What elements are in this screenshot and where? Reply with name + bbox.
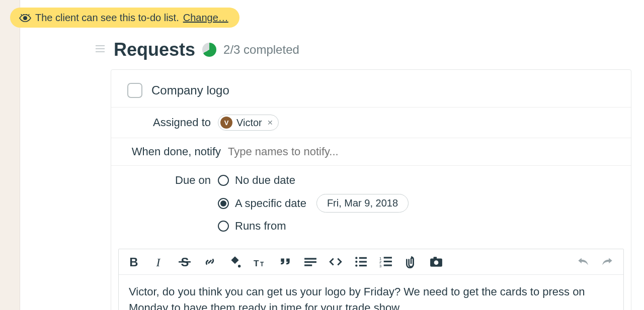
heading-icon[interactable]: TT — [254, 255, 267, 268]
assignee-avatar: V — [220, 117, 232, 129]
svg-text:B: B — [129, 255, 138, 268]
progress-label: 2/3 completed — [223, 43, 299, 57]
redo-icon[interactable] — [601, 255, 614, 268]
left-gutter — [0, 0, 20, 310]
todo-name[interactable]: Company logo — [151, 83, 229, 97]
svg-point-27 — [434, 260, 439, 265]
notify-input[interactable] — [228, 145, 429, 158]
list-heading: Requests 2/3 completed — [111, 39, 644, 60]
drag-handle-icon[interactable] — [96, 45, 105, 54]
due-option-range-label: Runs from — [235, 220, 286, 233]
svg-rect-13 — [304, 264, 312, 266]
svg-rect-3 — [96, 51, 105, 52]
svg-rect-23 — [384, 257, 392, 258]
svg-text:I: I — [156, 256, 161, 268]
bullet-list-icon[interactable] — [354, 255, 367, 268]
bold-icon[interactable]: B — [128, 255, 141, 268]
radio-checked-icon — [218, 198, 229, 209]
notify-row: When done, notify — [111, 138, 631, 165]
number-list-icon[interactable]: 123 — [379, 255, 392, 268]
eye-icon — [19, 14, 31, 22]
svg-rect-2 — [96, 48, 105, 49]
code-icon[interactable] — [329, 255, 342, 268]
italic-icon[interactable]: I — [153, 255, 166, 268]
svg-point-16 — [355, 264, 357, 266]
todo-card: Company logo Assigned to V Victor ✕ When… — [111, 69, 631, 310]
svg-text:T: T — [254, 258, 259, 268]
svg-text:T: T — [260, 261, 264, 268]
due-row: Due on No due date A specific date Fri, … — [111, 165, 631, 240]
editor-body[interactable]: Victor, do you think you can get us your… — [119, 275, 623, 310]
svg-text:3: 3 — [379, 264, 381, 268]
svg-point-0 — [24, 17, 27, 20]
camera-icon[interactable] — [430, 255, 443, 268]
svg-rect-19 — [359, 265, 367, 266]
svg-point-15 — [355, 261, 357, 263]
editor-toolbar: B I S TT 123 — [119, 249, 623, 275]
hr-icon[interactable] — [304, 255, 317, 268]
progress-pie-icon — [202, 43, 216, 57]
due-option-none-label: No due date — [235, 174, 295, 187]
assignee-chip[interactable]: V Victor ✕ — [218, 115, 279, 131]
list-title[interactable]: Requests — [114, 39, 195, 60]
due-option-none[interactable]: No due date — [218, 174, 409, 187]
attachment-icon[interactable] — [405, 255, 418, 268]
due-date-picker[interactable]: Fri, Mar 9, 2018 — [316, 194, 409, 213]
due-label: Due on — [127, 173, 218, 187]
visibility-banner: The client can see this to-do list. Chan… — [10, 8, 239, 28]
radio-icon — [218, 221, 229, 232]
color-icon[interactable] — [228, 255, 242, 268]
svg-rect-17 — [359, 257, 367, 259]
todo-checkbox[interactable] — [127, 83, 142, 98]
svg-rect-1 — [96, 45, 105, 46]
assignee-name: Victor — [236, 117, 262, 129]
quote-icon[interactable] — [279, 255, 292, 268]
undo-icon[interactable] — [576, 255, 589, 268]
remove-assignee-icon[interactable]: ✕ — [266, 119, 273, 127]
strikethrough-icon[interactable]: S — [178, 255, 191, 268]
visibility-change-link[interactable]: Change… — [183, 13, 228, 23]
todo-title-row: Company logo — [111, 78, 631, 107]
due-option-specific-label: A specific date — [235, 197, 306, 210]
radio-icon — [218, 175, 229, 186]
svg-rect-12 — [304, 261, 316, 263]
svg-rect-7 — [179, 261, 191, 263]
assigned-label: Assigned to — [127, 116, 218, 129]
assigned-row: Assigned to V Victor ✕ — [111, 107, 631, 138]
svg-point-14 — [355, 257, 357, 259]
svg-rect-24 — [384, 261, 392, 262]
svg-rect-28 — [434, 257, 437, 259]
svg-rect-18 — [359, 261, 367, 262]
link-icon[interactable] — [203, 255, 216, 268]
svg-rect-25 — [384, 264, 392, 266]
due-option-specific[interactable]: A specific date Fri, Mar 9, 2018 — [218, 194, 409, 213]
due-option-range[interactable]: Runs from — [218, 220, 409, 233]
svg-point-8 — [238, 265, 240, 267]
svg-rect-11 — [304, 258, 316, 259]
notify-label: When done, notify — [127, 145, 228, 158]
rich-text-editor: B I S TT 123 — [118, 249, 624, 310]
visibility-text: The client can see this to-do list. — [35, 13, 179, 23]
